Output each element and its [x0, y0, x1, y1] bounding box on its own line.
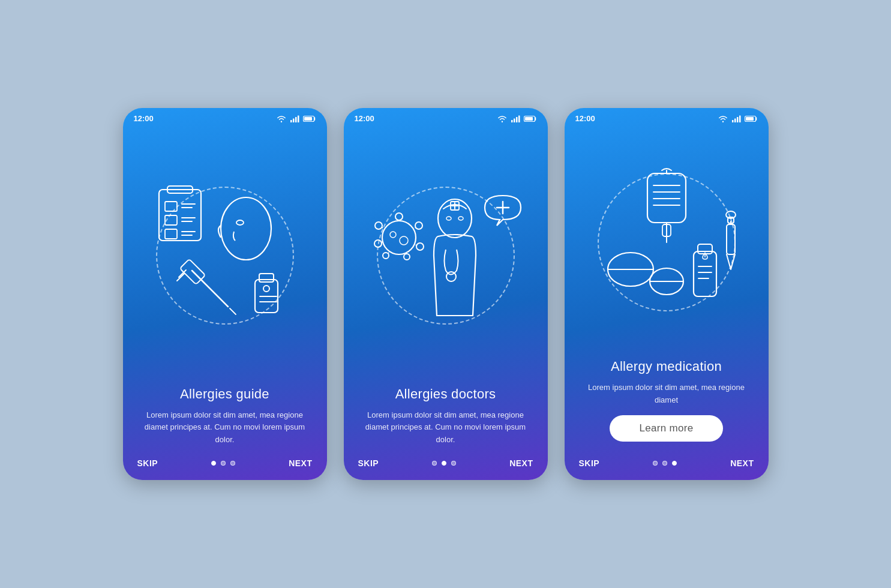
- svg-rect-34: [525, 117, 533, 121]
- screen-title-1: Allergies guide: [137, 386, 313, 402]
- next-button-2[interactable]: NEXT: [509, 458, 533, 468]
- svg-point-28: [263, 286, 269, 292]
- illustration-area-1: [123, 125, 327, 386]
- svg-point-58: [446, 272, 456, 281]
- nav-bar-3: SKIP NEXT: [565, 451, 769, 480]
- status-bar-1: 12:00: [123, 108, 327, 125]
- dots-3: [653, 461, 677, 466]
- svg-rect-1: [293, 118, 295, 122]
- illustration-1: [141, 178, 309, 334]
- dot-3-2: [662, 461, 667, 466]
- svg-line-23: [230, 308, 236, 314]
- svg-rect-31: [516, 117, 518, 122]
- skip-button-1[interactable]: SKIP: [137, 458, 158, 468]
- svg-line-41: [416, 245, 416, 245]
- screen-2: 12:00: [344, 108, 548, 480]
- svg-rect-32: [518, 115, 520, 122]
- text-area-2: Allergies doctors Lorem ipsum dolor sit …: [344, 386, 548, 451]
- svg-rect-66: [746, 117, 754, 121]
- nav-bar-2: SKIP NEXT: [344, 451, 548, 480]
- wifi-icon: [277, 115, 286, 122]
- svg-rect-63: [737, 117, 739, 122]
- status-icons-2: [497, 115, 537, 122]
- illustration-area-3: [565, 125, 769, 359]
- svg-rect-61: [732, 120, 734, 122]
- svg-rect-79: [694, 251, 716, 296]
- screen-desc-3: Lorem ipsum dolor sit dim amet, mea regi…: [579, 382, 754, 407]
- next-button-3[interactable]: NEXT: [730, 458, 754, 468]
- svg-line-47: [382, 242, 382, 242]
- screen-title-3: Allergy medication: [579, 359, 754, 374]
- dots-2: [432, 461, 456, 466]
- time-3: 12:00: [575, 114, 595, 123]
- status-bar-3: 12:00: [565, 108, 769, 125]
- skip-button-2[interactable]: SKIP: [358, 458, 379, 468]
- dots-1: [211, 461, 235, 466]
- svg-rect-62: [734, 118, 736, 122]
- wifi-icon-2: [497, 115, 507, 122]
- screen-1: 12:00: [123, 108, 327, 480]
- text-area-3: Allergy medication Lorem ipsum dolor sit…: [565, 359, 769, 451]
- svg-rect-67: [647, 173, 686, 223]
- battery-icon-3: [745, 115, 758, 122]
- svg-rect-84: [727, 224, 735, 254]
- svg-rect-8: [165, 202, 177, 211]
- svg-line-45: [388, 253, 389, 253]
- signal-icon: [290, 115, 299, 122]
- svg-point-42: [404, 254, 410, 260]
- battery-icon: [303, 115, 316, 122]
- dot-3-1: [653, 461, 658, 466]
- time-2: 12:00: [355, 114, 374, 123]
- learn-more-button[interactable]: Learn more: [610, 415, 724, 442]
- battery-icon-2: [524, 115, 537, 122]
- dot-2-1: [432, 461, 437, 466]
- svg-line-19: [192, 271, 228, 307]
- illustration-area-2: [344, 125, 548, 386]
- svg-point-51: [400, 236, 408, 245]
- status-icons-3: [718, 115, 758, 122]
- svg-point-56: [446, 217, 451, 220]
- screen-desc-1: Lorem ipsum dolor sit dim amet, mea regi…: [137, 409, 313, 446]
- svg-rect-14: [165, 229, 177, 239]
- dot-2-3: [451, 461, 456, 466]
- svg-rect-5: [304, 117, 312, 121]
- dot-1-2: [221, 461, 226, 466]
- dot-2-2: [442, 461, 446, 466]
- screen-3: 12:00: [565, 108, 769, 480]
- skip-button-3[interactable]: SKIP: [579, 458, 600, 468]
- signal-icon-2: [511, 115, 520, 122]
- status-icons-1: [277, 115, 316, 122]
- svg-point-18: [236, 220, 244, 225]
- svg-point-35: [382, 221, 416, 254]
- svg-rect-3: [298, 115, 299, 122]
- time-1: 12:00: [134, 114, 154, 123]
- svg-line-39: [415, 227, 416, 228]
- svg-point-50: [390, 232, 396, 238]
- svg-rect-0: [290, 120, 292, 122]
- svg-point-17: [221, 197, 271, 260]
- svg-rect-2: [295, 117, 297, 122]
- screen-desc-2: Lorem ipsum dolor sit dim amet, mea regi…: [358, 409, 533, 446]
- next-button-1[interactable]: NEXT: [289, 458, 312, 468]
- svg-rect-30: [514, 118, 515, 122]
- svg-line-49: [382, 227, 383, 228]
- svg-point-36: [395, 213, 403, 220]
- screens-container: 12:00: [123, 108, 769, 480]
- dot-1-1: [211, 461, 216, 466]
- dot-3-3: [672, 461, 677, 466]
- svg-point-57: [458, 217, 463, 220]
- nav-bar-1: SKIP NEXT: [123, 451, 327, 480]
- illustration-3: [583, 164, 751, 320]
- svg-rect-25: [259, 274, 274, 282]
- svg-rect-11: [165, 215, 177, 225]
- svg-point-44: [383, 253, 389, 259]
- svg-point-48: [375, 222, 382, 229]
- text-area-1: Allergies guide Lorem ipsum dolor sit di…: [123, 386, 327, 451]
- svg-rect-64: [739, 115, 741, 122]
- svg-point-46: [374, 240, 382, 247]
- signal-icon-3: [731, 115, 741, 122]
- illustration-2: [362, 178, 530, 334]
- svg-rect-29: [511, 120, 513, 122]
- wifi-icon-3: [718, 115, 728, 122]
- status-bar-2: 12:00: [344, 108, 548, 125]
